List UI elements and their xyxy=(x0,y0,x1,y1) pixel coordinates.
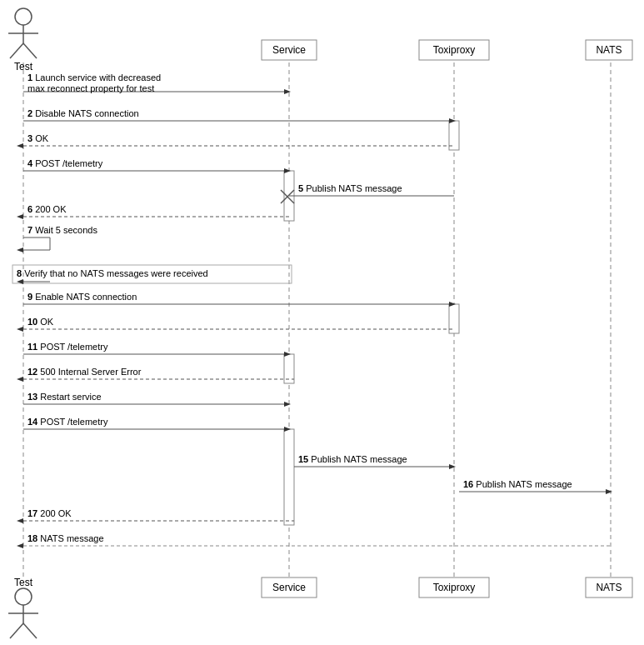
svg-text:Service: Service xyxy=(272,44,306,56)
svg-marker-21 xyxy=(17,214,23,219)
svg-text:13 Restart service: 13 Restart service xyxy=(27,392,102,402)
svg-text:18 NATS message: 18 NATS message xyxy=(27,533,104,543)
svg-text:8 Verify that no NATS messages: 8 Verify that no NATS messages were rece… xyxy=(17,268,208,278)
svg-marker-42 xyxy=(449,464,456,469)
svg-marker-32 xyxy=(17,327,23,332)
svg-text:Test: Test xyxy=(14,577,33,588)
svg-marker-48 xyxy=(17,543,23,548)
svg-text:11 POST /telemetry: 11 POST /telemetry xyxy=(27,342,108,352)
svg-text:Service: Service xyxy=(272,582,306,593)
svg-text:15 Publish NATS message: 15 Publish NATS message xyxy=(298,454,407,464)
svg-text:10 OK: 10 OK xyxy=(27,317,54,327)
svg-text:7 Wait 5 seconds: 7 Wait 5 seconds xyxy=(27,225,97,235)
svg-text:9 Enable NATS connection: 9 Enable NATS connection xyxy=(27,292,137,302)
svg-text:3 OK: 3 OK xyxy=(27,133,49,143)
svg-text:14 POST /telemetry: 14 POST /telemetry xyxy=(27,417,108,427)
svg-line-53 xyxy=(23,43,37,58)
svg-text:Test: Test xyxy=(14,61,33,72)
svg-line-66 xyxy=(23,623,37,638)
svg-marker-38 xyxy=(284,402,291,407)
svg-text:max reconnect property for tes: max reconnect property for test xyxy=(27,83,154,93)
svg-marker-25 xyxy=(17,248,23,252)
svg-text:16 Publish NATS message: 16 Publish NATS message xyxy=(463,479,572,489)
svg-rect-8 xyxy=(284,429,294,525)
diagram-svg: Test Service Toxiproxy NATS Test Service… xyxy=(0,0,644,645)
svg-text:2 Disable NATS connection: 2 Disable NATS connection xyxy=(27,108,139,118)
svg-text:6 200 OK: 6 200 OK xyxy=(27,204,67,214)
svg-text:17 200 OK: 17 200 OK xyxy=(27,508,72,518)
svg-line-52 xyxy=(10,43,23,58)
svg-marker-36 xyxy=(17,377,23,382)
svg-marker-14 xyxy=(17,143,23,148)
svg-marker-10 xyxy=(284,89,291,94)
svg-text:NATS: NATS xyxy=(596,44,622,56)
svg-point-49 xyxy=(15,8,32,25)
svg-marker-46 xyxy=(17,518,23,523)
svg-text:5 Publish NATS message: 5 Publish NATS message xyxy=(298,183,402,193)
svg-text:1 Launch service with decrease: 1 Launch service with decreased xyxy=(27,72,161,82)
svg-line-65 xyxy=(10,623,23,638)
svg-text:Toxiproxy: Toxiproxy xyxy=(433,582,476,593)
svg-marker-44 xyxy=(606,489,612,494)
svg-text:12 500 Internal Server Error: 12 500 Internal Server Error xyxy=(27,367,142,377)
svg-text:Toxiproxy: Toxiproxy xyxy=(433,44,476,56)
svg-point-62 xyxy=(15,588,32,605)
svg-text:NATS: NATS xyxy=(596,582,622,593)
svg-text:4 POST /telemetry: 4 POST /telemetry xyxy=(27,158,103,168)
sequence-diagram: Test Service Toxiproxy NATS Test Service… xyxy=(0,0,644,645)
